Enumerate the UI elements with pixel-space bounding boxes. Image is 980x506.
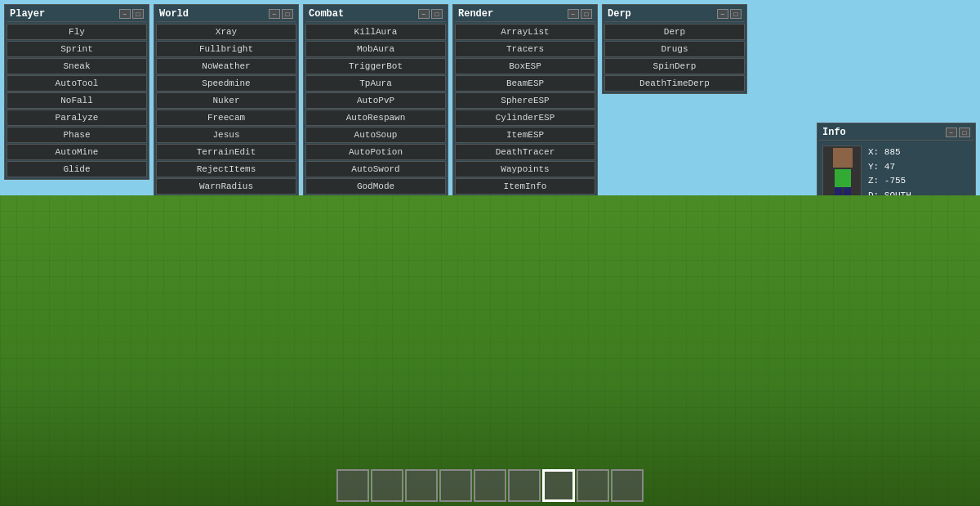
derp-feature-list: DerpDrugsSpinDerpDeathTimeDerp <box>604 24 745 92</box>
feature-btn-autosword[interactable]: AutoSword <box>305 161 446 177</box>
inv-slot-4[interactable] <box>439 469 472 502</box>
feature-btn-autopvp[interactable]: AutoPvP <box>305 92 446 109</box>
feature-btn-itemesp[interactable]: ItemESP <box>455 127 595 143</box>
avatar-head <box>833 148 853 168</box>
feature-btn-sneak[interactable]: Sneak <box>7 58 147 74</box>
feature-btn-rejectitems[interactable]: RejectItems <box>156 161 296 177</box>
feature-btn-boxesp[interactable]: BoxESP <box>455 58 595 74</box>
info-y: Y: 47 <box>868 160 911 175</box>
ground <box>0 195 980 506</box>
feature-btn-beamesp[interactable]: BeamESP <box>455 75 595 92</box>
panel-player-minimize[interactable]: − <box>119 9 131 19</box>
feature-btn-triggerbot[interactable]: TriggerBot <box>305 58 446 74</box>
feature-btn-killaura[interactable]: KillAura <box>305 24 446 40</box>
feature-btn-freecam[interactable]: Freecam <box>156 110 296 126</box>
feature-btn-deathtimederp[interactable]: DeathTimeDerp <box>604 75 745 92</box>
feature-btn-tpaura[interactable]: TpAura <box>305 75 446 92</box>
feature-btn-jesus[interactable]: Jesus <box>156 127 296 143</box>
feature-btn-mobaura[interactable]: MobAura <box>305 41 446 57</box>
feature-btn-deathtracer[interactable]: DeathTracer <box>455 144 595 160</box>
feature-btn-drugs[interactable]: Drugs <box>604 41 745 57</box>
avatar-body <box>835 169 851 187</box>
panel-derp-header: Derp − □ <box>604 7 745 22</box>
feature-btn-iteminfo[interactable]: ItemInfo <box>455 178 595 195</box>
panel-info-controls: − □ <box>946 128 970 137</box>
feature-btn-derp[interactable]: Derp <box>604 24 745 40</box>
panel-info-title: Info <box>822 127 846 138</box>
panel-world: World − □ XrayFullbrightNoWeatherSpeedmi… <box>154 4 299 214</box>
feature-btn-autotool[interactable]: AutoTool <box>7 75 147 92</box>
panel-derp-maximize[interactable]: □ <box>730 9 742 19</box>
feature-btn-autorespawn[interactable]: AutoRespawn <box>305 110 446 126</box>
feature-btn-speedmine[interactable]: Speedmine <box>156 75 296 92</box>
inv-slot-9[interactable] <box>611 469 644 502</box>
panel-combat-header: Combat − □ <box>305 7 446 22</box>
feature-btn-nofall[interactable]: NoFall <box>7 92 147 109</box>
panel-derp-title: Derp <box>608 8 631 20</box>
feature-btn-tracers[interactable]: Tracers <box>455 41 595 57</box>
feature-btn-arraylist[interactable]: ArrayList <box>455 24 595 40</box>
panel-world-maximize[interactable]: □ <box>282 9 293 19</box>
feature-btn-phase[interactable]: Phase <box>7 127 147 143</box>
inv-slot-8[interactable] <box>577 469 609 502</box>
panel-player-title: Player <box>10 8 45 20</box>
panel-info-minimize[interactable]: − <box>946 128 957 137</box>
feature-btn-fullbright[interactable]: Fullbright <box>156 41 296 57</box>
feature-btn-cylinderesp[interactable]: CylinderESP <box>455 110 595 126</box>
feature-btn-terrainedit[interactable]: TerrainEdit <box>156 144 296 160</box>
panel-derp: Derp − □ DerpDrugsSpinDerpDeathTimeDerp <box>602 4 747 94</box>
panel-player-header: Player − □ <box>7 7 147 22</box>
feature-btn-autopotion[interactable]: AutoPotion <box>305 144 446 160</box>
panel-world-title: World <box>159 8 189 20</box>
panel-player: Player − □ FlySprintSneakAutoToolNoFallP… <box>4 4 149 180</box>
panel-derp-controls: − □ <box>717 9 742 19</box>
panel-render-controls: − □ <box>568 9 592 19</box>
feature-btn-fly[interactable]: Fly <box>7 24 147 40</box>
info-x: X: 885 <box>868 146 911 160</box>
inv-slot-2[interactable] <box>371 469 403 502</box>
inv-slot-7-selected[interactable] <box>542 469 575 502</box>
inv-slot-5[interactable] <box>474 469 506 502</box>
feature-btn-automine[interactable]: AutoMine <box>7 144 147 160</box>
panel-info-maximize[interactable]: □ <box>959 128 970 137</box>
inv-slot-3[interactable] <box>405 469 438 502</box>
info-z: Z: -755 <box>868 174 911 189</box>
panel-combat-title: Combat <box>309 8 344 20</box>
panel-render-header: Render − □ <box>455 7 595 22</box>
feature-btn-glide[interactable]: Glide <box>7 161 147 177</box>
inventory-bar <box>336 469 644 502</box>
inv-slot-1[interactable] <box>336 469 369 502</box>
panel-info-header: Info − □ <box>819 125 973 141</box>
feature-btn-nuker[interactable]: Nuker <box>156 92 296 109</box>
panel-world-header: World − □ <box>156 7 296 22</box>
feature-btn-sphereesp[interactable]: SphereESP <box>455 92 595 109</box>
feature-btn-spinderp[interactable]: SpinDerp <box>604 58 745 74</box>
feature-btn-paralyze[interactable]: Paralyze <box>7 110 147 126</box>
panel-render-title: Render <box>458 8 493 20</box>
panel-combat-controls: − □ <box>418 9 443 19</box>
world-feature-list: XrayFullbrightNoWeatherSpeedmineNukerFre… <box>156 24 296 212</box>
player-feature-list: FlySprintSneakAutoToolNoFallParalyzePhas… <box>7 24 147 177</box>
panel-world-controls: − □ <box>269 9 293 19</box>
panel-player-controls: − □ <box>119 9 144 19</box>
feature-btn-warnradius[interactable]: WarnRadius <box>156 178 296 195</box>
panel-player-maximize[interactable]: □ <box>132 9 144 19</box>
feature-btn-waypoints[interactable]: Waypoints <box>455 161 595 177</box>
panel-world-minimize[interactable]: − <box>269 9 280 19</box>
feature-btn-xray[interactable]: Xray <box>156 24 296 40</box>
feature-btn-autosoup[interactable]: AutoSoup <box>305 127 446 143</box>
feature-btn-sprint[interactable]: Sprint <box>7 41 147 57</box>
inv-slot-6[interactable] <box>508 469 541 502</box>
player-avatar <box>822 146 862 198</box>
panel-render-maximize[interactable]: □ <box>581 9 592 19</box>
panel-derp-minimize[interactable]: − <box>717 9 728 19</box>
feature-btn-godmode[interactable]: GodMode <box>305 178 446 195</box>
panel-combat-maximize[interactable]: □ <box>431 9 443 19</box>
panel-combat-minimize[interactable]: − <box>418 9 430 19</box>
feature-btn-noweather[interactable]: NoWeather <box>156 58 296 74</box>
panel-render-minimize[interactable]: − <box>568 9 579 19</box>
